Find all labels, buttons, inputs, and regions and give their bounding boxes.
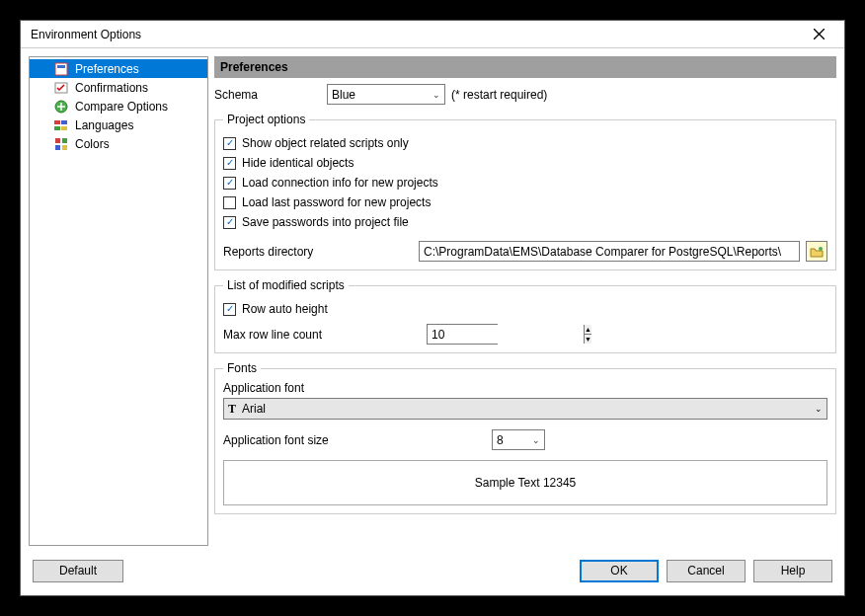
font-size-label: Application font size (223, 433, 486, 447)
folder-open-icon (810, 245, 824, 259)
footer: Default OK Cancel Help (21, 554, 844, 595)
checkbox-icon[interactable]: ✓ (223, 303, 236, 316)
environment-options-dialog: Environment Options Preferences Confirma… (20, 20, 845, 596)
svg-rect-3 (57, 65, 65, 68)
tree-label: Languages (75, 118, 133, 132)
help-button[interactable]: Help (753, 560, 832, 582)
cb-label: Show object related scripts only (242, 136, 409, 150)
svg-rect-6 (54, 120, 60, 124)
font-size-row: Application font size 8 ⌄ (223, 429, 827, 450)
svg-rect-11 (62, 138, 67, 143)
checkbox-icon[interactable]: ✓ (223, 216, 236, 229)
font-sample-box: Sample Text 12345 (223, 460, 827, 505)
tree-label: Preferences (75, 62, 139, 76)
titlebar: Environment Options (21, 21, 844, 48)
modified-scripts-legend: List of modified scripts (223, 278, 349, 292)
schema-label: Schema (214, 88, 321, 102)
fonts-legend: Fonts (223, 361, 261, 375)
schema-row: Schema Blue ⌄ (* restart required) (214, 84, 836, 105)
cb-hide-identical[interactable]: ✓ Hide identical objects (223, 156, 827, 170)
checkbox-icon[interactable]: ✓ (223, 157, 236, 170)
svg-rect-2 (55, 63, 67, 75)
spin-up[interactable]: ▲ (585, 325, 591, 335)
project-options-legend: Project options (223, 113, 309, 126)
cb-load-connection[interactable]: ✓ Load connection info for new projects (223, 176, 827, 190)
max-row-label: Max row line count (223, 328, 421, 342)
default-button[interactable]: Default (33, 560, 123, 582)
modified-scripts-group: List of modified scripts ✓ Row auto heig… (214, 278, 836, 353)
checkbox-icon[interactable] (223, 196, 236, 209)
tree-label: Colors (75, 137, 110, 151)
svg-point-14 (819, 247, 823, 251)
max-row-input[interactable] (428, 325, 584, 344)
schema-note: (* restart required) (451, 88, 547, 102)
close-icon (814, 29, 825, 39)
max-row-spinner[interactable]: ▲ ▼ (427, 324, 498, 345)
section-header: Preferences (214, 56, 836, 78)
font-glyph-icon: T (228, 402, 236, 417)
spinner-buttons: ▲ ▼ (584, 325, 591, 344)
fonts-group: Fonts Application font T Arial ⌄ Applica… (214, 361, 836, 514)
tree-label: Confirmations (75, 81, 148, 95)
app-font-select[interactable]: T Arial ⌄ (223, 398, 827, 420)
tree-item-preferences[interactable]: Preferences (30, 59, 207, 78)
cb-save-passwords[interactable]: ✓ Save passwords into project file (223, 215, 827, 229)
ok-button[interactable]: OK (580, 560, 659, 582)
app-font-value: Arial (242, 402, 266, 416)
schema-value: Blue (332, 88, 355, 102)
project-options-group: Project options ✓ Show object related sc… (214, 113, 836, 270)
cb-load-password[interactable]: Load last password for new projects (223, 195, 827, 209)
close-button[interactable] (799, 24, 838, 45)
reports-path: C:\ProgramData\EMS\Database Comparer for… (424, 245, 781, 259)
max-row-count-row: Max row line count ▲ ▼ (223, 324, 827, 345)
app-font-label: Application font (223, 381, 827, 395)
cb-label: Hide identical objects (242, 156, 354, 170)
colors-icon (53, 136, 69, 152)
reports-label: Reports directory (223, 245, 413, 259)
tree-label: Compare Options (75, 100, 168, 114)
tree-item-confirmations[interactable]: Confirmations (30, 78, 207, 97)
checkbox-icon[interactable]: ✓ (223, 177, 236, 190)
content-panel: Preferences Schema Blue ⌄ (* restart req… (214, 56, 836, 546)
cb-label: Row auto height (242, 302, 328, 316)
chevron-down-icon: ⌄ (532, 435, 540, 445)
svg-rect-10 (55, 138, 60, 143)
svg-rect-12 (55, 145, 60, 150)
window-title: Environment Options (31, 28, 799, 41)
tree-item-colors[interactable]: Colors (30, 134, 207, 153)
reports-directory-input[interactable]: C:\ProgramData\EMS\Database Comparer for… (419, 241, 800, 262)
spin-down[interactable]: ▼ (585, 335, 591, 344)
cb-label: Load connection info for new projects (242, 176, 438, 190)
compare-options-icon (53, 99, 69, 115)
languages-icon (53, 117, 69, 133)
svg-rect-13 (62, 145, 67, 150)
sample-text: Sample Text 12345 (475, 476, 577, 490)
tree-item-languages[interactable]: Languages (30, 116, 207, 134)
tree-item-compare-options[interactable]: Compare Options (30, 97, 207, 116)
font-size-select[interactable]: 8 ⌄ (492, 429, 545, 450)
cb-label: Load last password for new projects (242, 195, 431, 209)
cb-label: Save passwords into project file (242, 215, 409, 229)
font-size-value: 8 (497, 433, 504, 447)
checkbox-icon[interactable]: ✓ (223, 137, 236, 150)
reports-row: Reports directory C:\ProgramData\EMS\Dat… (223, 241, 827, 262)
chevron-down-icon: ⌄ (432, 90, 440, 100)
cancel-button[interactable]: Cancel (667, 560, 746, 582)
cb-row-auto-height[interactable]: ✓ Row auto height (223, 302, 827, 316)
cb-show-scripts[interactable]: ✓ Show object related scripts only (223, 136, 827, 150)
browse-button[interactable] (806, 241, 827, 262)
svg-rect-9 (61, 126, 67, 130)
preferences-icon (53, 61, 69, 77)
chevron-down-icon: ⌄ (815, 404, 823, 414)
nav-tree: Preferences Confirmations Compare Option… (29, 56, 208, 546)
svg-rect-7 (61, 120, 67, 124)
schema-select[interactable]: Blue ⌄ (327, 84, 445, 105)
dialog-body: Preferences Confirmations Compare Option… (21, 48, 844, 554)
svg-rect-8 (54, 126, 60, 130)
confirmations-icon (53, 80, 69, 96)
